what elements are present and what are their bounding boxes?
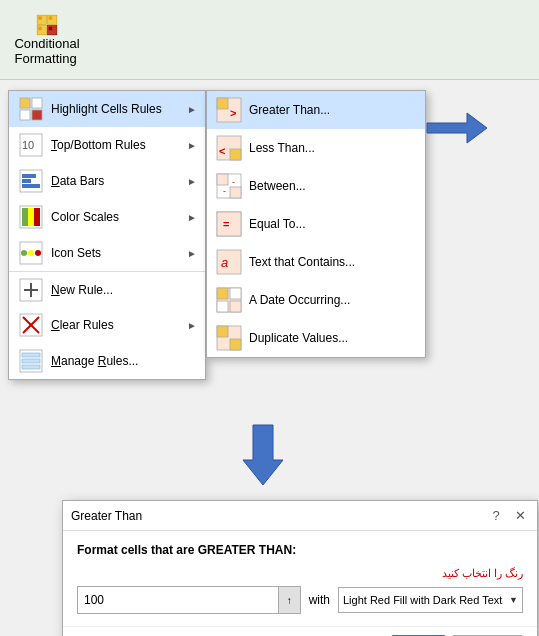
svg-rect-60 [230,339,241,350]
menu-item-lessthan[interactable]: < Less Than... [207,129,425,167]
svg-rect-9 [32,98,42,108]
duplicatevalues-label: Duplicate Values... [249,331,417,345]
svg-rect-18 [22,184,40,188]
svg-rect-16 [22,174,36,178]
highlight-label: Highlight Cells Rules [51,102,183,116]
svg-rect-10 [20,110,30,120]
menu-item-colorscales[interactable]: Color Scales ► [9,199,205,235]
menu-item-highlight[interactable]: → Highlight Cells Rules ► [9,91,205,127]
svg-rect-20 [22,208,28,226]
menu-item-textcontains[interactable]: a Text that Contains... [207,243,425,281]
svg-rect-8 [20,98,30,108]
dialog-title: Greater Than [71,509,142,523]
menu-item-managerules[interactable]: Manage Rules... [9,343,205,379]
clearrules-icon [17,311,45,339]
svg-point-24 [21,250,27,256]
svg-rect-56 [217,301,228,312]
svg-text:-: - [223,186,226,196]
dialog-input-container: ↑ [77,586,301,614]
svg-rect-7 [49,26,52,29]
svg-rect-54 [217,288,228,299]
conditional-formatting-button[interactable]: Conditional Formatting [12,9,82,71]
svg-rect-59 [217,326,228,337]
duplicatevalues-icon [215,324,243,352]
menu-item-duplicatevalues[interactable]: Duplicate Values... [207,319,425,357]
equalto-label: Equal To... [249,217,417,231]
dateoccurring-label: A Date Occurring... [249,293,417,307]
menu-item-between[interactable]: - - Between... [207,167,425,205]
menu-item-clearrules[interactable]: Clear Rules ► [9,307,205,343]
svg-point-26 [35,250,41,256]
svg-text:-: - [232,177,235,187]
dialog-help-button[interactable]: ? [487,507,505,525]
highlight-arrow: ► [187,104,197,115]
dialog-row: ↑ with Light Red Fill with Dark Red Text… [77,586,523,614]
iconsets-icon [17,239,45,267]
dialog-instruction: Format cells that are GREATER THAN: [77,543,523,557]
dialog-format-dropdown[interactable]: Light Red Fill with Dark Red Text ▼ [338,587,523,613]
svg-rect-38 [217,98,228,109]
equalto-icon: = [215,210,243,238]
svg-text:<: < [219,145,225,157]
svg-text:10: 10 [22,139,34,151]
greaterthan-label: Greater Than... [249,103,417,117]
menu-item-newrule[interactable]: New Rule... [9,271,205,307]
secondary-menu: > Greater Than... < Less Than... [206,90,426,358]
svg-text:>: > [230,107,236,119]
svg-rect-57 [230,301,241,312]
textcontains-label: Text that Contains... [249,255,417,269]
svg-rect-44 [217,174,228,185]
svg-rect-5 [49,16,52,19]
svg-rect-36 [22,365,40,369]
dialog-footer: OK Cancel [63,626,537,636]
dialog-controls: ? ✕ [487,507,529,525]
menu-item-iconsets[interactable]: Icon Sets ► [9,235,205,271]
conditional-formatting-icon [28,14,66,36]
databars-arrow: ► [187,176,197,187]
topbottom-label: Top/Bottom Rules [51,138,183,152]
svg-text:a: a [221,255,228,270]
databars-icon [17,167,45,195]
svg-rect-34 [22,353,40,357]
dialog-value-input[interactable] [78,587,278,613]
colorscales-icon [17,203,45,231]
iconsets-arrow: ► [187,248,197,259]
iconsets-label: Icon Sets [51,246,183,260]
svg-rect-6 [38,26,41,29]
dialog-close-button[interactable]: ✕ [511,507,529,525]
lessthan-icon: < [215,134,243,162]
svg-rect-4 [38,16,41,19]
menu-item-equalto[interactable]: = Equal To... [207,205,425,243]
dialog-input-expand-button[interactable]: ↑ [278,587,300,613]
svg-rect-22 [34,208,40,226]
down-arrow-annotation [238,420,288,493]
svg-text:=: = [223,218,229,230]
svg-text:→: → [33,112,41,121]
between-icon: - - [215,172,243,200]
ribbon: Conditional Formatting [0,0,539,80]
svg-rect-41 [230,149,241,160]
dateoccurring-icon [215,286,243,314]
textcontains-icon: a [215,248,243,276]
dialog-titlebar: Greater Than ? ✕ [63,501,537,531]
colorscales-arrow: ► [187,212,197,223]
dialog-dropdown-text: Light Red Fill with Dark Red Text [343,594,509,606]
main-area: → Highlight Cells Rules ► 10 Top/Bottom … [0,80,539,636]
menu-item-databars[interactable]: Data Bars ► [9,163,205,199]
newrule-label: New Rule... [51,283,197,297]
databars-label: Data Bars [51,174,183,188]
svg-marker-61 [427,113,487,143]
ribbon-button-label: Conditional Formatting [14,36,79,66]
svg-rect-35 [22,359,40,363]
highlight-icon: → [17,95,45,123]
clearrules-label: Clear Rules [51,318,183,332]
managerules-icon [17,347,45,375]
menu-item-topbottom[interactable]: 10 Top/Bottom Rules ► [9,127,205,163]
menu-item-greaterthan[interactable]: > Greater Than... [207,91,425,129]
svg-rect-17 [22,179,31,183]
primary-menu: → Highlight Cells Rules ► 10 Top/Bottom … [8,90,206,380]
svg-point-25 [28,250,34,256]
dialog-dropdown-arrow: ▼ [509,595,518,605]
dialog-with-label: with [309,593,330,607]
menu-item-dateoccurring[interactable]: A Date Occurring... [207,281,425,319]
